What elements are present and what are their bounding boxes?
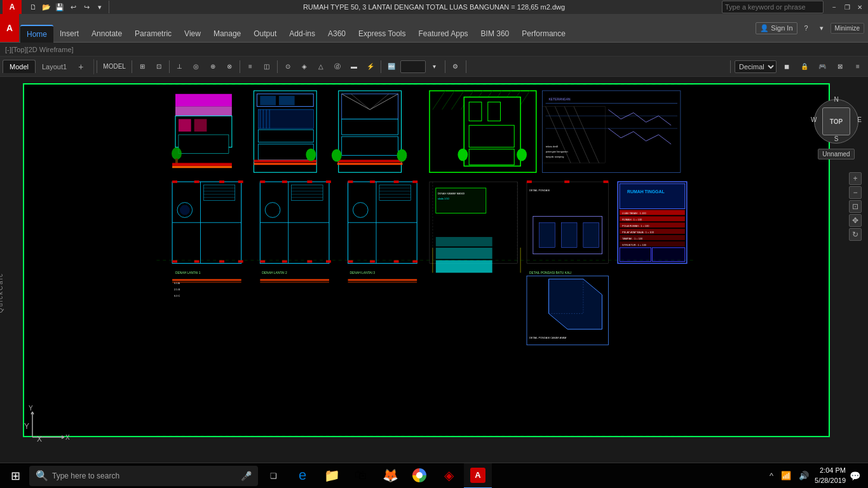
snap-btn[interactable]: ⊡ <box>151 59 166 74</box>
sign-in-label: Sign In <box>771 24 792 32</box>
tab-bim360[interactable]: BIM 360 <box>475 25 516 43</box>
zoom-out-button[interactable]: − <box>849 186 862 199</box>
svg-text:DENAH KAMAR MANDI: DENAH KAMAR MANDI <box>438 192 465 195</box>
tab-manage[interactable]: Manage <box>207 25 247 43</box>
undo-btn[interactable]: ↩ <box>67 1 79 13</box>
help-button[interactable]: ? <box>800 22 813 34</box>
3dosnap-btn[interactable]: ◈ <box>297 59 312 74</box>
svg-rect-23 <box>254 163 316 165</box>
dynin-btn[interactable]: ⓓ <box>330 59 345 74</box>
layout1-tab[interactable]: Layout1 <box>36 60 73 73</box>
svg-rect-105 <box>307 261 312 263</box>
compass-south: S <box>834 135 839 142</box>
tab-express-tools[interactable]: Express Tools <box>352 25 412 43</box>
cad-drawing[interactable]: KETERANGAN teknis detill potongan bangun… <box>23 83 830 437</box>
tab-addins[interactable]: Add-ins <box>283 25 322 43</box>
dynucs-btn[interactable]: △ <box>313 59 329 74</box>
tab-output[interactable]: Output <box>247 25 283 43</box>
chevron-up-icon[interactable]: ^ <box>768 471 775 480</box>
network-icon[interactable]: 📶 <box>779 471 793 480</box>
edge-icon: e <box>299 467 306 484</box>
main-area: QuickCalc <box>0 77 868 463</box>
model-tab[interactable]: Model <box>3 60 36 73</box>
taskbar-search[interactable]: 🔍 Type here to search 🎤 <box>29 466 258 486</box>
tab-view[interactable]: View <box>178 25 207 43</box>
orbit-button[interactable]: ↻ <box>849 228 862 241</box>
svg-rect-99 <box>260 180 265 183</box>
redo-btn[interactable]: ↪ <box>80 1 93 13</box>
svg-rect-117 <box>348 180 353 183</box>
svg-rect-104 <box>282 261 287 263</box>
taskbar-autocad[interactable]: A <box>464 463 492 489</box>
scale-input[interactable] <box>400 60 426 73</box>
cube-top[interactable]: TOP <box>822 107 850 135</box>
sel-cycling-btn[interactable]: ⊙ <box>280 59 295 74</box>
otrack-btn[interactable]: ⊗ <box>222 59 237 74</box>
sign-in-button[interactable]: 👤 Sign In <box>756 22 797 34</box>
zoom-in-button[interactable]: + <box>849 172 862 185</box>
lock-btn[interactable]: 🔒 <box>797 59 812 74</box>
anno-scale-btn[interactable]: 🔤 <box>384 59 399 74</box>
qa-more-btn[interactable]: ▾ <box>93 1 106 13</box>
ribbon-more-btn[interactable]: ▾ <box>815 22 828 34</box>
scale-dropdown[interactable]: ▾ <box>427 59 442 74</box>
isolate-btn[interactable]: ◼ <box>779 59 794 74</box>
hardware-accel-btn[interactable]: 🎮 <box>815 59 830 74</box>
ribbon: A Home Insert Annotate Parametric View M… <box>0 14 868 43</box>
open-btn[interactable]: 📂 <box>40 1 53 13</box>
new-btn[interactable]: 🗋 <box>27 1 39 13</box>
ortho-btn[interactable]: ⊥ <box>172 59 187 74</box>
tab-performance[interactable]: Performance <box>515 25 572 43</box>
minimize-button[interactable]: − <box>829 2 840 12</box>
toolbar: Model Layout1 + MODEL ⊞ ⊡ ⊥ ◎ ⊕ ⊗ ≡ ◫ ⊙ … <box>0 57 868 77</box>
svg-rect-49 <box>469 102 482 121</box>
tab-parametric[interactable]: Parametric <box>128 25 178 43</box>
grid-btn[interactable]: ⊞ <box>135 59 150 74</box>
notification-icon[interactable]: 💬 <box>850 471 860 481</box>
clock-date: 5/28/2019 <box>815 476 846 485</box>
minimize-ribbon-button[interactable]: Minimize <box>831 23 864 34</box>
volume-icon[interactable]: 🔊 <box>797 471 811 480</box>
taskbar-store[interactable]: 🛍 <box>347 463 375 489</box>
taskbar-chrome[interactable] <box>405 463 433 489</box>
clean-screen-btn[interactable]: ⊠ <box>832 59 848 74</box>
keyword-search-input[interactable] <box>722 1 824 13</box>
osnap-btn[interactable]: ⊕ <box>205 59 220 74</box>
add-layout-button[interactable]: + <box>73 59 88 74</box>
props-btn[interactable]: ≡ <box>850 59 865 74</box>
system-clock[interactable]: 2:04 PM 5/28/2019 <box>815 466 846 485</box>
close-button[interactable]: ✕ <box>854 2 865 12</box>
tab-insert[interactable]: Insert <box>53 25 85 43</box>
zoom-extent-button[interactable]: ⊡ <box>849 200 862 213</box>
svg-rect-1 <box>175 94 232 107</box>
tab-a360[interactable]: A360 <box>322 25 352 43</box>
workspace-btn[interactable]: ⚙ <box>448 59 463 74</box>
svg-text:RUMAH : 1 = 100: RUMAH : 1 = 100 <box>622 218 642 221</box>
polar-btn[interactable]: ◎ <box>189 59 204 74</box>
tab-annotate[interactable]: Annotate <box>85 25 128 43</box>
linewidth-btn[interactable]: ▬ <box>346 59 362 74</box>
svg-rect-31 <box>342 119 398 135</box>
taskbar-firefox[interactable]: 🦊 <box>376 463 404 489</box>
svg-text:DENAH LANTAI 2: DENAH LANTAI 2 <box>262 271 287 274</box>
tab-featured-apps[interactable]: Featured Apps <box>412 25 475 43</box>
windows-start-button[interactable]: ⊞ <box>3 463 28 489</box>
lineweight-btn[interactable]: ≡ <box>243 59 258 74</box>
taskbar-explorer[interactable]: 📁 <box>318 463 346 489</box>
qp-btn[interactable]: ⚡ <box>363 59 378 74</box>
units-select[interactable]: Decimal <box>735 60 776 73</box>
taskbar-unknown-app[interactable]: ◈ <box>435 463 463 489</box>
tab-home[interactable]: Home <box>20 25 53 43</box>
svg-rect-174 <box>260 279 329 281</box>
taskbar-edge[interactable]: e <box>288 463 316 489</box>
viewcube[interactable]: TOP N S E W Unnamed <box>811 96 862 159</box>
svg-rect-119 <box>394 180 399 183</box>
svg-rect-4 <box>179 119 191 132</box>
pan-button[interactable]: ✥ <box>849 214 862 227</box>
svg-rect-81 <box>238 180 243 183</box>
window-title: RUMAH TYPE 50, 3 LANTAI DENGAN TOTAL LUA… <box>303 3 565 11</box>
save-btn[interactable]: 💾 <box>53 1 66 13</box>
restore-button[interactable]: ❐ <box>841 2 853 12</box>
transparency-btn[interactable]: ◫ <box>259 59 275 74</box>
task-view-button[interactable]: ❏ <box>259 463 287 489</box>
